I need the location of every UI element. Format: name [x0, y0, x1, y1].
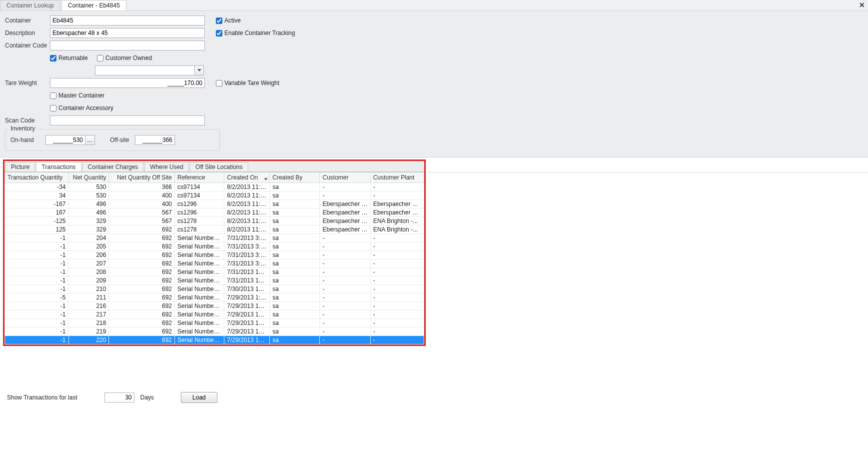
table-row[interactable]: -1216692Serial Number 3...7/29/2013 12:4… [5, 302, 424, 310]
table-cell: Serial Number 3... [175, 293, 224, 302]
sort-desc-icon [264, 176, 268, 182]
table-row[interactable]: -167496400cs12968/2/2013 11:49...saEbers… [5, 200, 424, 208]
tab-container-detail[interactable]: Container - Eb4845 [61, 0, 126, 10]
table-row[interactable]: 125329692cs12788/2/2013 11:49...saEbersp… [5, 225, 424, 234]
table-cell: sa [270, 208, 320, 216]
table-row[interactable]: -1208692Serial Number 3...7/31/2013 10:3… [5, 268, 424, 276]
table-cell: -1 [5, 318, 69, 327]
table-cell: - [370, 284, 424, 293]
table-cell: 219 [68, 327, 109, 336]
table-cell: Serial Number 3... [175, 318, 224, 327]
col-created-by[interactable]: Created By [270, 172, 320, 182]
table-row[interactable]: 34530400cs971348/2/2013 11:49...sa-- [5, 191, 424, 200]
table-cell: cs1296 [175, 200, 224, 208]
table-cell: - [320, 250, 370, 259]
table-row[interactable]: -1210692Serial Number 3...7/30/2013 10:3… [5, 284, 424, 293]
table-cell: Serial Number 3... [175, 284, 224, 293]
customer-combo-field[interactable] [95, 66, 195, 76]
table-cell: sa [270, 191, 320, 200]
table-row[interactable]: -1219692Serial Number 3...7/29/2013 10:3… [5, 327, 424, 336]
onhand-ellipsis-button[interactable]: … [85, 135, 95, 145]
col-net-qty-off[interactable]: Net Quantity Off Site [109, 172, 175, 182]
sub-tabs: Picture Transactions Container Charges W… [4, 161, 424, 172]
table-cell: 217 [68, 310, 109, 318]
col-customer[interactable]: Customer [320, 172, 370, 182]
table-cell: sa [270, 284, 320, 293]
label-tare-weight: Tare Weight [5, 80, 50, 86]
col-reference[interactable]: Reference [175, 172, 224, 182]
table-cell: sa [270, 318, 320, 327]
scan-code-field[interactable] [50, 116, 205, 126]
label-enable-tracking: Enable Container Tracking [224, 30, 295, 36]
col-created-on[interactable]: Created On [224, 172, 270, 182]
label-master-container: Master Container [58, 92, 104, 99]
table-cell: - [320, 284, 370, 293]
table-row[interactable]: -1207692Serial Number 3...7/31/2013 3:01… [5, 259, 424, 268]
container-code-field[interactable] [50, 40, 205, 50]
table-cell: Eberspaecher N... [320, 208, 370, 216]
container-field[interactable] [50, 16, 205, 26]
table-row[interactable]: -1220692Serial Number 3...7/29/2013 10:0… [5, 336, 424, 344]
variable-tare-checkbox[interactable] [216, 80, 222, 86]
table-row[interactable]: -1206692Serial Number 3...7/31/2013 3:04… [5, 250, 424, 259]
table-cell: - [370, 234, 424, 242]
active-checkbox[interactable] [216, 18, 222, 24]
table-cell: 210 [68, 284, 109, 293]
tx-days-field[interactable] [104, 392, 134, 402]
col-customer-plant[interactable]: Customer Plant [370, 172, 424, 182]
customer-owned-checkbox[interactable] [97, 55, 103, 62]
table-row[interactable]: -1209692Serial Number 3...7/31/2013 10:3… [5, 276, 424, 284]
description-field[interactable] [50, 28, 205, 38]
table-cell: - [320, 259, 370, 268]
table-cell: Serial Number 3... [175, 310, 224, 318]
tab-transactions[interactable]: Transactions [36, 162, 81, 172]
table-row[interactable]: -125329567cs12788/2/2013 11:49...saEbers… [5, 216, 424, 225]
table-cell: - [370, 293, 424, 302]
col-net-qty[interactable]: Net Quantity [68, 172, 109, 182]
tab-picture[interactable]: Picture [5, 162, 35, 172]
table-cell: - [370, 259, 424, 268]
table-row[interactable]: -5211692Serial Number 3...7/29/2013 1:24… [5, 293, 424, 302]
table-cell: 8/2/2013 11:49... [224, 225, 270, 234]
enable-tracking-checkbox[interactable] [216, 30, 222, 36]
transactions-grid: Transaction Quantity Net Quantity Net Qu… [4, 172, 424, 344]
col-tx-qty[interactable]: Transaction Quantity [5, 172, 69, 182]
table-cell: Serial Number 3... [175, 242, 224, 250]
table-row[interactable]: -1204692Serial Number 3...7/31/2013 3:22… [5, 234, 424, 242]
table-cell: 167 [5, 208, 69, 216]
transactions-footer: Show Transactions for last Days Load [0, 388, 868, 407]
table-cell: -1 [5, 284, 69, 293]
load-button[interactable]: Load [181, 392, 217, 403]
table-row[interactable]: 167496567cs12968/2/2013 11:49...saEbersp… [5, 208, 424, 216]
table-row[interactable]: -1218692Serial Number 3...7/29/2013 12:4… [5, 318, 424, 327]
table-cell: -1 [5, 336, 69, 344]
tab-container-charges[interactable]: Container Charges [82, 162, 144, 172]
table-cell: 400 [109, 200, 175, 208]
table-cell: 530 [68, 182, 109, 191]
table-cell: 692 [109, 302, 175, 310]
tab-where-used[interactable]: Where Used [144, 162, 189, 172]
table-cell: 692 [109, 250, 175, 259]
table-row[interactable]: -1205692Serial Number 3...7/31/2013 3:22… [5, 242, 424, 250]
table-cell: ENA Brighton -... [370, 225, 424, 234]
table-cell: - [320, 268, 370, 276]
tare-weight-field[interactable] [50, 78, 205, 88]
table-row[interactable]: -34530366cs971348/2/2013 11:49...sa-- [5, 182, 424, 191]
table-cell: cs97134 [175, 191, 224, 200]
table-cell: 8/2/2013 11:49... [224, 208, 270, 216]
tab-off-site-locations[interactable]: Off Site Locations [190, 162, 248, 172]
returnable-checkbox[interactable] [50, 55, 56, 62]
close-icon[interactable]: ✕ [859, 1, 865, 9]
onhand-field[interactable] [45, 135, 85, 145]
offsite-field[interactable] [135, 135, 175, 145]
container-accessory-checkbox[interactable] [50, 105, 56, 112]
tab-container-lookup[interactable]: Container Lookup [0, 0, 60, 10]
table-row[interactable]: -1217692Serial Number 3...7/29/2013 12:4… [5, 310, 424, 318]
label-description: Description [5, 30, 50, 36]
table-cell: cs97134 [175, 182, 224, 191]
master-container-checkbox[interactable] [50, 92, 56, 99]
chevron-down-icon[interactable] [195, 66, 204, 76]
table-cell: 692 [109, 276, 175, 284]
table-cell: Eberspaecher N... [320, 216, 370, 225]
table-cell: sa [270, 310, 320, 318]
